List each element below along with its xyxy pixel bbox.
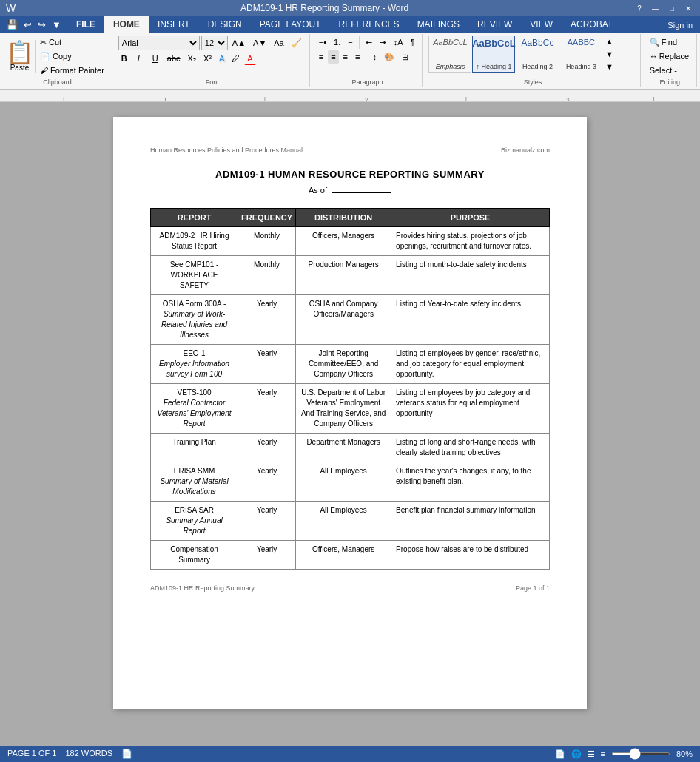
tab-page-layout[interactable]: PAGE LAYOUT: [251, 16, 330, 33]
decrease-indent-button[interactable]: ⇤: [363, 36, 375, 49]
table-row: EEO-1 Employer Information survey Form 1…: [151, 345, 550, 384]
purpose-cell: Provides hiring status, projections of j…: [391, 227, 550, 256]
save-button[interactable]: 💾: [4, 18, 19, 31]
report-cell: ERISA SAR Summary Annual Report: [151, 502, 238, 541]
undo-button[interactable]: ↩: [22, 18, 33, 31]
page-header: Human Resources Policies and Procedures …: [150, 146, 550, 154]
style-item-default[interactable]: AaBbCcL Emphasis: [428, 36, 471, 73]
sort-button[interactable]: ↕A: [391, 36, 406, 49]
header-left: Human Resources Policies and Procedures …: [150, 146, 303, 154]
find-button[interactable]: 🔍 Find: [647, 36, 692, 49]
footer-left: ADM109-1 HR Reporting Summary: [150, 584, 255, 592]
document-title[interactable]: ADM109-1 HUMAN RESOURCE REPORTING SUMMAR…: [150, 169, 550, 180]
styles-scroll-up-button[interactable]: ▲: [604, 36, 614, 47]
purpose-cell: Propose how raises are to be distributed: [391, 541, 550, 570]
numbering-button[interactable]: 1.: [331, 36, 343, 49]
font-label: Font: [115, 78, 309, 86]
font-size-select[interactable]: 12: [201, 36, 228, 50]
underline-button[interactable]: U: [149, 52, 163, 65]
qat-dropdown-button[interactable]: ▼: [50, 18, 63, 31]
clear-formatting-button[interactable]: 🧹: [289, 36, 305, 50]
purpose-cell: Listing of month-to-date safety incident…: [391, 256, 550, 295]
header-right: Bizmanualz.com: [501, 146, 550, 154]
style-item-heading3[interactable]: AABBC Heading 3: [559, 36, 602, 73]
font-color-button[interactable]: A: [244, 52, 255, 65]
text-effects-button[interactable]: A: [216, 52, 227, 65]
style-item-heading1[interactable]: AaBbCcL ↑ Heading 1: [472, 36, 515, 73]
bold-button[interactable]: B: [118, 52, 133, 65]
tab-design[interactable]: DESIGN: [199, 16, 251, 33]
tab-insert[interactable]: INSERT: [149, 16, 199, 33]
paste-icon: 📋: [6, 41, 33, 64]
replace-button[interactable]: ↔ Replace: [647, 50, 692, 63]
help-icon[interactable]: ?: [633, 2, 645, 14]
sign-in-button[interactable]: Sign in: [660, 18, 700, 33]
format-painter-button[interactable]: 🖌 Format Painter: [37, 64, 107, 77]
superscript-button[interactable]: X²: [201, 52, 215, 65]
line-spacing-button[interactable]: ↕: [369, 50, 380, 64]
close-icon[interactable]: ✕: [682, 2, 694, 14]
report-cell: VETS-100 Federal Contractor Veterans' Em…: [151, 384, 238, 434]
borders-button[interactable]: ⊞: [399, 50, 411, 64]
bullets-button[interactable]: ≡•: [316, 36, 329, 49]
tab-mailings[interactable]: MAILINGS: [408, 16, 468, 33]
style-item-heading2[interactable]: AaBbCc Heading 2: [516, 36, 559, 73]
paste-label[interactable]: Paste: [10, 64, 30, 72]
tab-review[interactable]: REVIEW: [468, 16, 521, 33]
styles-more-button[interactable]: ▼: [604, 61, 614, 73]
change-case-button[interactable]: Aa: [271, 36, 286, 50]
maximize-icon[interactable]: □: [666, 2, 678, 14]
text-highlight-button[interactable]: 🖊: [229, 52, 243, 65]
tab-references[interactable]: REFERENCES: [330, 16, 408, 33]
title-bar: W ADM109-1 HR Reporting Summary - Word ?…: [0, 0, 700, 16]
report-cell: Compensation Summary: [151, 541, 238, 570]
redo-button[interactable]: ↪: [36, 18, 47, 31]
clipboard-label: Clipboard: [3, 78, 112, 86]
tab-home[interactable]: HOME: [104, 16, 149, 33]
table-row: VETS-100 Federal Contractor Veterans' Em…: [151, 384, 550, 434]
purpose-cell: Benefit plan financial summary informati…: [391, 502, 550, 541]
styles-scroll-down-button[interactable]: ▼: [604, 48, 614, 60]
report-table: REPORT FREQUENCY DISTRIBUTION PURPOSE AD…: [150, 208, 550, 570]
editing-label: Editing: [644, 78, 696, 86]
as-of-line: As of: [150, 186, 550, 195]
word-icon: W: [6, 2, 16, 14]
table-row: Compensation Summary Yearly Officers, Ma…: [151, 541, 550, 570]
distribution-cell: All Employees: [296, 462, 391, 502]
multilevel-list-button[interactable]: ≡: [345, 36, 355, 49]
editing-group: 🔍 Find ↔ Replace Select - Editing: [644, 34, 697, 87]
shading-button[interactable]: 🎨: [381, 50, 397, 64]
subscript-button[interactable]: X₂: [185, 52, 199, 65]
decrease-font-button[interactable]: A▼: [250, 36, 269, 50]
ribbon: 📋 Paste ✂ Cut 📄 Copy 🖌 Format Painter Cl…: [0, 33, 700, 90]
tab-file[interactable]: FILE: [67, 16, 104, 33]
report-cell: OSHA Form 300A - Summary of Work-Related…: [151, 295, 238, 345]
styles-gallery: AaBbCcL Emphasis AaBbCcL ↑ Heading 1 AaB…: [428, 36, 602, 73]
font-name-select[interactable]: Arial: [118, 36, 200, 50]
align-right-button[interactable]: ≡: [340, 50, 351, 64]
strikethrough-button[interactable]: abc: [164, 52, 184, 65]
report-cell: EEO-1 Employer Information survey Form 1…: [151, 345, 238, 384]
tab-view[interactable]: VIEW: [521, 16, 562, 33]
increase-indent-button[interactable]: ⇥: [377, 36, 389, 49]
italic-button[interactable]: I: [135, 52, 148, 65]
increase-font-button[interactable]: A▲: [229, 36, 249, 50]
distribution-cell: OSHA and Company Officers/Managers: [296, 295, 391, 345]
minimize-icon[interactable]: —: [650, 2, 662, 14]
distribution-cell: Officers, Managers: [296, 541, 391, 570]
select-button[interactable]: Select -: [647, 64, 692, 77]
tab-acrobat[interactable]: ACROBAT: [562, 16, 622, 33]
page: Human Resources Policies and Procedures …: [113, 117, 587, 709]
distribution-cell: All Employees: [296, 502, 391, 541]
show-formatting-button[interactable]: ¶: [407, 36, 417, 49]
paragraph-group: ≡• 1. ≡ ⇤ ⇥ ↕A ¶ ≡ ≡ ≡ ≡ ↕ 🎨 ⊞ Paragraph: [313, 34, 423, 87]
copy-button[interactable]: 📄 Copy: [37, 50, 107, 63]
justify-button[interactable]: ≡: [352, 50, 363, 64]
quick-access-toolbar: 💾 ↩ ↪ ▼: [0, 16, 67, 33]
purpose-cell: Listing of employees by gender, race/eth…: [391, 345, 550, 384]
align-center-button[interactable]: ≡: [328, 50, 338, 64]
as-of-blank[interactable]: [332, 192, 391, 193]
align-left-button[interactable]: ≡: [316, 50, 326, 64]
purpose-cell: Listing of long and short-range needs, w…: [391, 434, 550, 462]
cut-button[interactable]: ✂ Cut: [37, 36, 107, 49]
